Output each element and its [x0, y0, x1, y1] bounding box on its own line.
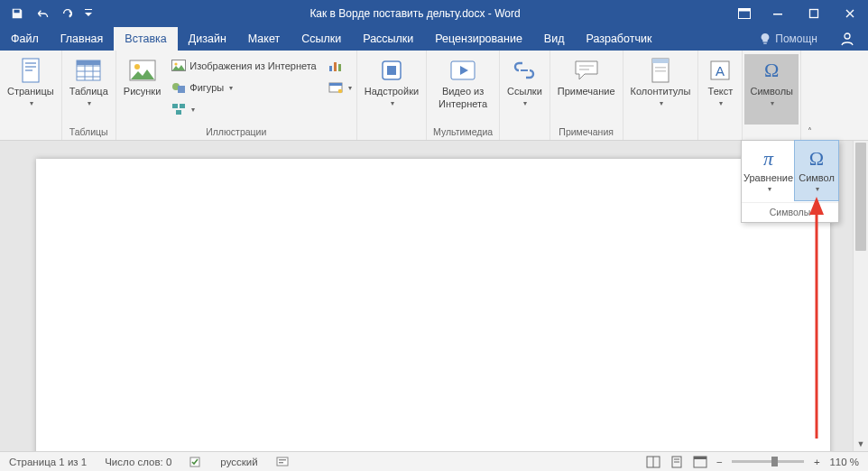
- addins-button[interactable]: Надстройки ▾: [359, 54, 424, 125]
- zoom-slider-thumb[interactable]: [771, 457, 778, 466]
- omega-icon: Ω: [804, 146, 829, 171]
- status-macro[interactable]: [267, 452, 298, 471]
- document-viewport[interactable]: [0, 141, 868, 451]
- screenshot-icon: [328, 80, 343, 95]
- symbols-panel-group-label: Символы: [742, 202, 838, 222]
- scroll-thumb[interactable]: [855, 143, 866, 251]
- textbox-icon: A: [706, 56, 734, 85]
- online-video-label: Видео из Интернета: [434, 86, 492, 111]
- symbols-button[interactable]: Ω Символы ▾: [744, 54, 799, 125]
- smartart-icon: [171, 102, 186, 116]
- group-illustrations: Рисунки Изображения из Интернета Фигуры …: [116, 51, 357, 140]
- qat-customize-button[interactable]: [81, 0, 96, 27]
- tab-layout[interactable]: Макет: [237, 27, 291, 51]
- title-bar: Как в Ворде поставить дельту.docx - Word: [0, 0, 868, 27]
- chevron-down-icon: ▾: [771, 99, 774, 108]
- svg-rect-38: [277, 457, 288, 466]
- svg-rect-16: [178, 86, 185, 93]
- comment-button[interactable]: Примечание: [552, 54, 621, 125]
- undo-button[interactable]: [31, 0, 54, 27]
- svg-rect-21: [334, 62, 337, 71]
- pictures-button[interactable]: Рисунки: [118, 54, 167, 125]
- screenshot-button[interactable]: ▾: [326, 78, 355, 97]
- table-icon: [74, 56, 103, 85]
- maximize-button[interactable]: [796, 0, 832, 27]
- redo-button[interactable]: [56, 0, 79, 27]
- tab-mailings[interactable]: Рассылки: [352, 27, 424, 51]
- pages-label: Страницы: [7, 86, 54, 98]
- user-icon: [840, 32, 854, 46]
- svg-point-4: [845, 33, 850, 39]
- group-symbols-label: [743, 126, 800, 140]
- table-button[interactable]: Таблица ▾: [64, 54, 114, 125]
- view-web-layout[interactable]: [688, 452, 712, 471]
- smartart-button[interactable]: ▾: [166, 99, 321, 119]
- account-button[interactable]: [826, 27, 868, 51]
- tab-references[interactable]: Ссылки: [291, 27, 352, 51]
- ribbon-display-options-button[interactable]: [729, 0, 760, 27]
- group-tables-label: Таблицы: [62, 126, 115, 140]
- text-label: Текст: [708, 86, 734, 98]
- header-footer-icon: [646, 56, 675, 85]
- zoom-out-button[interactable]: −: [712, 457, 726, 467]
- pages-button[interactable]: Страницы ▾: [2, 54, 60, 125]
- minimize-button[interactable]: [760, 0, 796, 27]
- collapse-ribbon-button[interactable]: ˄: [800, 51, 818, 140]
- view-print-layout[interactable]: [665, 452, 688, 471]
- tell-me-search[interactable]: Помощн: [750, 27, 826, 51]
- group-addins-label: [357, 126, 426, 140]
- chart-button[interactable]: [326, 56, 355, 76]
- chevron-down-icon: ▾: [88, 99, 91, 108]
- zoom-level[interactable]: 110 %: [824, 452, 868, 471]
- ribbon: Страницы ▾ Таблица ▾ Таблицы Рис: [0, 51, 868, 141]
- svg-rect-27: [387, 66, 396, 75]
- chevron-down-icon: ▾: [816, 185, 819, 194]
- macro-icon: [276, 456, 289, 468]
- group-header-footer-label: [623, 126, 698, 140]
- document-page[interactable]: [36, 159, 830, 451]
- vertical-scrollbar[interactable]: ▲ ▼: [853, 141, 868, 451]
- tab-review[interactable]: Рецензирование: [424, 27, 533, 51]
- spellcheck-icon: [189, 456, 202, 468]
- links-button[interactable]: Ссылки ▾: [502, 54, 548, 125]
- close-button[interactable]: [832, 0, 868, 27]
- text-button[interactable]: A Текст ▾: [700, 54, 740, 125]
- zoom-in-button[interactable]: +: [809, 457, 824, 467]
- video-icon: [448, 56, 477, 85]
- group-comments-label: Примечания: [550, 126, 623, 140]
- tab-file[interactable]: Файл: [0, 27, 50, 51]
- ribbon-tabs: Файл Главная Вставка Дизайн Макет Ссылки…: [0, 27, 868, 51]
- zoom-slider[interactable]: [732, 460, 804, 463]
- link-icon: [510, 56, 539, 85]
- save-button[interactable]: [5, 0, 29, 27]
- tab-design[interactable]: Дизайн: [178, 27, 237, 51]
- status-language[interactable]: русский: [211, 452, 266, 471]
- tab-home[interactable]: Главная: [50, 27, 115, 51]
- chevron-down-icon: ▾: [229, 84, 233, 92]
- tab-view[interactable]: Вид: [533, 27, 576, 51]
- status-spellcheck[interactable]: [180, 452, 211, 471]
- equation-button[interactable]: π Уравнение ▾: [742, 141, 795, 202]
- status-page[interactable]: Страница 1 из 1: [0, 452, 96, 471]
- online-pictures-button[interactable]: Изображения из Интернета: [166, 56, 321, 76]
- shapes-button[interactable]: Фигуры ▾: [166, 78, 321, 97]
- lightbulb-icon: [759, 32, 771, 45]
- tab-insert[interactable]: Вставка: [114, 27, 177, 51]
- group-pages: Страницы ▾: [0, 51, 62, 140]
- window-controls: [729, 0, 868, 27]
- shapes-label: Фигуры: [189, 82, 224, 93]
- scroll-down-button[interactable]: ▼: [854, 437, 868, 451]
- view-read-mode[interactable]: [642, 452, 665, 471]
- online-video-button[interactable]: Видео из Интернета: [429, 54, 497, 125]
- svg-rect-1: [739, 9, 751, 12]
- tab-developer[interactable]: Разработчик: [575, 27, 662, 51]
- chevron-down-icon: ▾: [348, 84, 352, 92]
- pictures-label: Рисунки: [124, 86, 162, 98]
- group-header-footer: Колонтитулы ▾: [623, 51, 699, 140]
- svg-rect-2: [773, 14, 782, 15]
- status-words[interactable]: Число слов: 0: [96, 452, 180, 471]
- group-tables: Таблица ▾ Таблицы: [62, 51, 116, 140]
- group-text: A Текст ▾: [698, 51, 743, 140]
- symbol-button[interactable]: Ω Символ ▾: [794, 140, 839, 201]
- header-footer-button[interactable]: Колонтитулы ▾: [625, 54, 697, 125]
